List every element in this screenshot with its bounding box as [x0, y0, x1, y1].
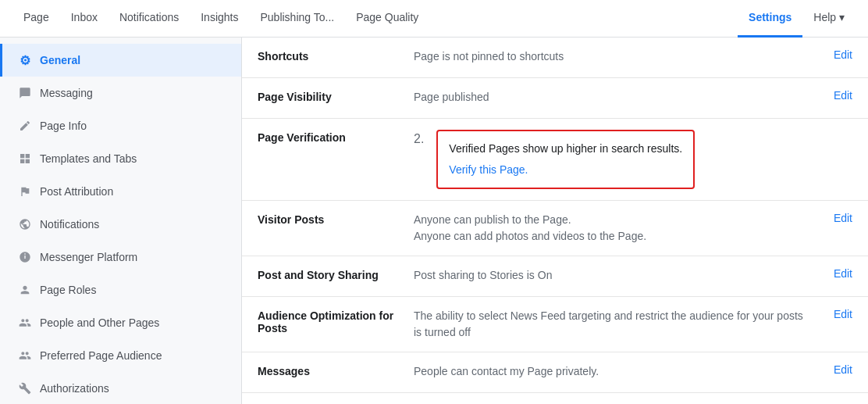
pencil-icon: [18, 119, 32, 133]
messaging-icon: [18, 86, 32, 100]
sidebar-item-page-roles[interactable]: Page Roles: [0, 274, 241, 306]
sidebar-item-messaging[interactable]: Messaging: [0, 77, 241, 109]
action-post-story-sharing: Edit: [813, 267, 852, 280]
nav-item-help[interactable]: Help ▾: [802, 0, 856, 38]
sidebar: ⚙ General Messaging Page Info Templates …: [0, 38, 242, 404]
sidebar-item-general[interactable]: ⚙ General: [0, 44, 241, 77]
nav-item-page[interactable]: Page: [12, 0, 60, 38]
value-shortcuts: Page is not pinned to shortcuts: [414, 48, 813, 65]
sidebar-item-people-other-pages[interactable]: People and Other Pages: [0, 306, 241, 339]
sidebar-item-templates-tabs[interactable]: Templates and Tabs: [0, 142, 241, 175]
edit-shortcuts[interactable]: Edit: [834, 48, 852, 61]
sidebar-label-authorizations: Authorizations: [40, 382, 109, 395]
person-icon: [18, 283, 32, 297]
sidebar-item-notifications[interactable]: Notifications: [0, 208, 241, 241]
label-messages: Messages: [258, 363, 414, 377]
row-tagging-ability: Tagging Ability Only people who help man…: [242, 393, 868, 404]
row-audience-optimization: Audience Optimization for Posts The abil…: [242, 297, 868, 352]
sidebar-label-general: General: [40, 54, 80, 66]
nav-item-inbox[interactable]: Inbox: [60, 0, 108, 38]
sidebar-item-post-attribution[interactable]: Post Attribution: [0, 175, 241, 208]
edit-messages[interactable]: Edit: [834, 363, 852, 376]
templates-icon: [18, 152, 32, 166]
top-nav: Page Inbox Notifications Insights Publis…: [0, 0, 868, 38]
row-page-verification: Page Verification 2. Verified Pages show…: [242, 119, 868, 201]
messenger-icon: [18, 250, 32, 264]
step-number: 2.: [414, 130, 424, 148]
nav-item-notifications[interactable]: Notifications: [108, 0, 190, 38]
row-messages: Messages People can contact my Page priv…: [242, 352, 868, 393]
nav-item-publishing[interactable]: Publishing To...: [249, 0, 345, 38]
sidebar-label-templates-tabs: Templates and Tabs: [40, 152, 137, 165]
value-post-story-sharing: Post sharing to Stories is On: [414, 267, 813, 284]
label-post-story-sharing: Post and Story Sharing: [258, 267, 414, 281]
sidebar-label-people-other-pages: People and Other Pages: [40, 316, 159, 329]
sidebar-label-messaging: Messaging: [40, 87, 93, 99]
row-post-story-sharing: Post and Story Sharing Post sharing to S…: [242, 256, 868, 297]
settings-main: Shortcuts Page is not pinned to shortcut…: [242, 38, 868, 404]
label-audience-optimization: Audience Optimization for Posts: [258, 308, 414, 334]
nav-item-settings[interactable]: Settings: [738, 0, 802, 38]
action-messages: Edit: [813, 363, 852, 376]
nav-left: Page Inbox Notifications Insights Publis…: [12, 0, 429, 38]
visitor-posts-line2: Anyone can add photos and videos to the …: [414, 228, 813, 245]
row-shortcuts: Shortcuts Page is not pinned to shortcut…: [242, 38, 868, 78]
wrench-icon: [18, 381, 32, 395]
value-audience-optimization: The ability to select News Feed targetin…: [414, 308, 813, 341]
label-shortcuts: Shortcuts: [258, 48, 414, 63]
sidebar-label-preferred-audience: Preferred Page Audience: [40, 349, 162, 362]
value-messages: People can contact my Page privately.: [414, 363, 813, 380]
nav-right: Settings Help ▾: [738, 0, 856, 38]
visitor-posts-line1: Anyone can publish to the Page.: [414, 212, 813, 228]
page-layout: ⚙ General Messaging Page Info Templates …: [0, 38, 868, 404]
edit-audience-optimization[interactable]: Edit: [834, 308, 852, 320]
label-page-visibility: Page Visibility: [258, 89, 414, 103]
sidebar-item-page-info[interactable]: Page Info: [0, 109, 241, 142]
label-page-verification: Page Verification: [258, 130, 414, 144]
row-visitor-posts: Visitor Posts Anyone can publish to the …: [242, 201, 868, 256]
sidebar-label-page-info: Page Info: [40, 120, 87, 132]
action-audience-optimization: Edit: [813, 308, 852, 320]
action-visitor-posts: Edit: [813, 212, 852, 224]
verification-highlight-box: Verified Pages show up higher in search …: [436, 130, 695, 189]
sidebar-item-authorizations[interactable]: Authorizations: [0, 372, 241, 404]
action-page-visibility: Edit: [813, 89, 852, 102]
nav-item-insights[interactable]: Insights: [190, 0, 249, 38]
value-page-visibility: Page published: [414, 89, 813, 105]
audience-icon: [18, 349, 32, 363]
verify-page-link[interactable]: Verify this Page.: [449, 163, 528, 176]
flag-icon: [18, 184, 32, 198]
gear-icon: ⚙: [18, 53, 32, 67]
value-page-verification: 2. Verified Pages show up higher in sear…: [414, 130, 813, 189]
edit-page-visibility[interactable]: Edit: [834, 89, 852, 102]
sidebar-item-preferred-audience[interactable]: Preferred Page Audience: [0, 339, 241, 372]
nav-item-quality[interactable]: Page Quality: [345, 0, 429, 38]
people-icon: [18, 316, 32, 330]
value-visitor-posts: Anyone can publish to the Page. Anyone c…: [414, 212, 813, 245]
sidebar-label-post-attribution: Post Attribution: [40, 185, 113, 198]
label-visitor-posts: Visitor Posts: [258, 212, 414, 226]
edit-post-story-sharing[interactable]: Edit: [834, 267, 852, 280]
verification-text: Verified Pages show up higher in search …: [449, 141, 682, 157]
verification-content: 2. Verified Pages show up higher in sear…: [414, 130, 813, 189]
sidebar-label-messenger-platform: Messenger Platform: [40, 251, 137, 263]
globe-icon: [18, 217, 32, 231]
sidebar-item-messenger-platform[interactable]: Messenger Platform: [0, 241, 241, 274]
row-page-visibility: Page Visibility Page published Edit: [242, 78, 868, 119]
sidebar-label-notifications: Notifications: [40, 218, 99, 231]
edit-visitor-posts[interactable]: Edit: [834, 212, 852, 224]
action-shortcuts: Edit: [813, 48, 852, 61]
sidebar-label-page-roles: Page Roles: [40, 284, 96, 296]
